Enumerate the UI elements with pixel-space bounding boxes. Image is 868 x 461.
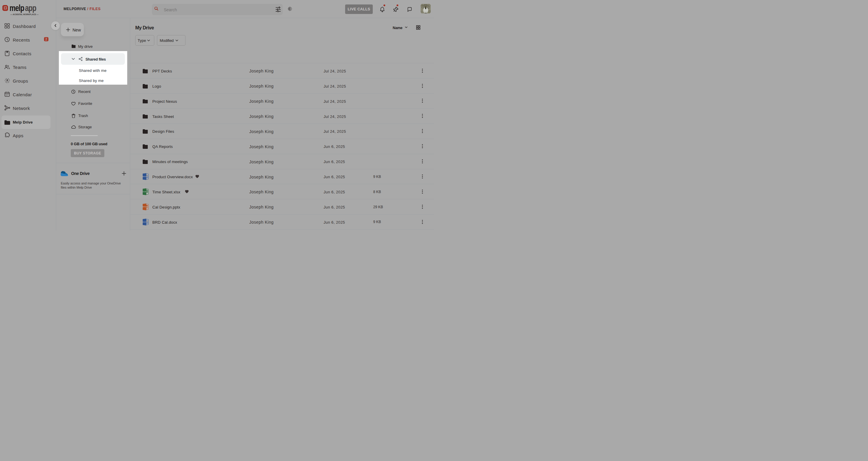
svg-text:XLSX: XLSX bbox=[143, 191, 146, 193]
svg-text:PPTX: PPTX bbox=[143, 206, 146, 208]
svg-text:DOCX: DOCX bbox=[143, 221, 147, 223]
svg-text:DOCX: DOCX bbox=[143, 176, 147, 177]
